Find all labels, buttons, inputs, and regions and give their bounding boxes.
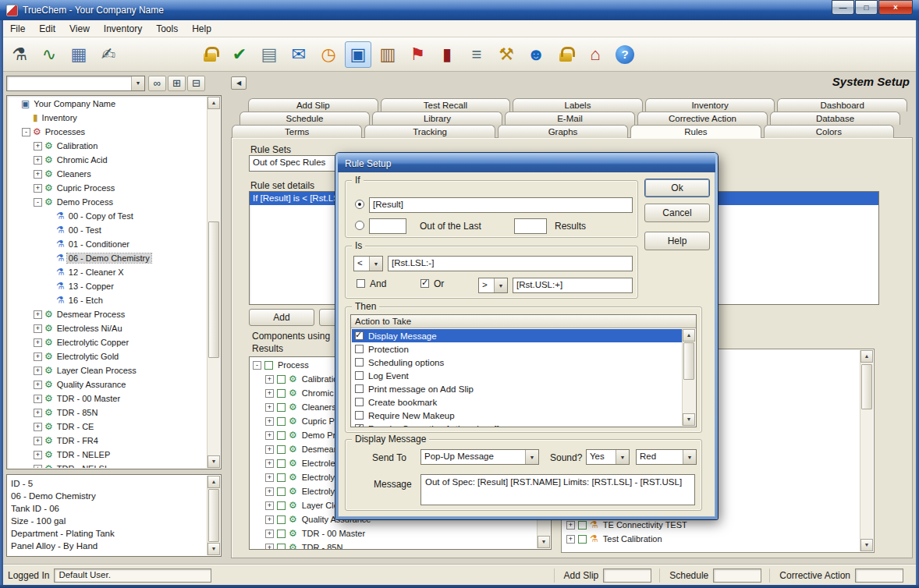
tree-item-electrolytic-gold[interactable]: +⚙Electrolytic Gold — [9, 349, 206, 363]
menu-item-inventory[interactable]: Inventory — [97, 21, 149, 37]
tree-item-tdr-nelsl[interactable]: +⚙TDR - NELSL — [9, 462, 206, 468]
add-rule-button[interactable]: Add — [249, 309, 314, 326]
tree-item-cleaners[interactable]: +⚙Cleaners — [9, 167, 206, 181]
scroll-down-icon[interactable]: ▼ — [208, 455, 220, 468]
menu-item-edit[interactable]: Edit — [32, 21, 62, 37]
expand-icon[interactable]: + — [34, 409, 42, 417]
expand-icon[interactable]: + — [34, 437, 42, 445]
checkbox[interactable] — [355, 411, 364, 420]
test-item-test-calibration[interactable]: +⚗Test Calibration — [566, 532, 857, 546]
action-log-event[interactable]: Log Event — [352, 369, 682, 382]
tree-item-tdr-fr4[interactable]: +⚙TDR - FR4 — [9, 434, 206, 448]
checkbox[interactable] — [277, 445, 286, 454]
expand-icon[interactable]: + — [34, 156, 42, 165]
process-item-tdr-85n[interactable]: +⚙TDR - 85N — [251, 540, 536, 549]
send-to-combo[interactable]: Pop-Up Message ▼ — [420, 449, 539, 465]
checkbox[interactable] — [355, 424, 364, 427]
collapse-all-icon[interactable]: ⊟ — [187, 76, 205, 91]
menu-item-tools[interactable]: Tools — [149, 21, 185, 37]
checkbox[interactable] — [578, 535, 587, 544]
microscope-icon[interactable]: ⚗ — [6, 41, 33, 68]
if-last-radio[interactable] — [355, 221, 364, 230]
checkbox[interactable] — [277, 501, 286, 510]
expand-icon[interactable]: + — [34, 367, 42, 375]
chevron-down-icon[interactable]: ▼ — [494, 278, 507, 292]
operator1-combo[interactable]: < ▼ — [353, 256, 383, 271]
timer-icon[interactable]: ◷ — [315, 41, 342, 68]
tree-item-calibration[interactable]: +⚙Calibration — [9, 139, 206, 153]
tree-item-12-cleaner-x[interactable]: ⚗12 - Cleaner X — [9, 265, 206, 279]
scroll-up-icon[interactable]: ▲ — [208, 97, 220, 109]
info-scrollbar[interactable]: ▲ ▼ — [207, 476, 220, 555]
sound-color-combo[interactable]: Red ▼ — [636, 449, 697, 465]
action-protection[interactable]: Protection — [352, 342, 682, 356]
expand-icon[interactable]: + — [265, 487, 274, 496]
menu-item-file[interactable]: File — [3, 21, 32, 37]
notes-icon[interactable]: ≡ — [463, 41, 490, 68]
checkbox[interactable] — [277, 403, 286, 412]
expand-icon[interactable]: + — [265, 544, 274, 550]
checkbox[interactable] — [277, 473, 286, 482]
expand-icon[interactable]: + — [265, 431, 274, 440]
result-field[interactable]: [Result] — [369, 197, 633, 213]
menu-item-view[interactable]: View — [62, 21, 97, 37]
scroll-up-icon[interactable]: ▲ — [860, 350, 873, 363]
calculator-icon[interactable]: ▦ — [66, 41, 92, 68]
collapse-icon[interactable]: - — [34, 198, 42, 207]
expand-icon[interactable]: + — [265, 530, 274, 538]
action-print-message-on-add-slip[interactable]: Print message on Add Slip — [352, 382, 682, 395]
forklift-icon[interactable]: ⚒ — [493, 41, 520, 68]
expand-icon[interactable]: + — [265, 417, 274, 426]
lsl-field[interactable]: [Rst.LSL:-] — [388, 256, 633, 271]
tests-scrollbar[interactable]: ▲ ▼ — [860, 350, 873, 551]
tree-scrollbar[interactable]: ▲ ▼ — [207, 97, 220, 468]
tree-item-demo-process[interactable]: -⚙Demo Process — [9, 195, 206, 209]
tab-tracking[interactable]: Tracking — [364, 125, 495, 138]
expand-icon[interactable]: + — [265, 445, 274, 454]
chevron-down-icon[interactable]: ▼ — [369, 257, 382, 271]
tree-item-tdr-nelep[interactable]: +⚙TDR - NELEP — [9, 448, 206, 462]
action-require-corrective-action-signoff[interactable]: Require Corrective Action signoff — [352, 422, 682, 427]
collapse-icon[interactable]: - — [22, 128, 30, 136]
tab-inventory[interactable]: Inventory — [645, 98, 775, 112]
tab-rules[interactable]: Rules — [630, 125, 761, 138]
expand-icon[interactable]: + — [566, 521, 575, 530]
tree-item-electrolytic-copper[interactable]: +⚙Electrolytic Copper — [9, 335, 206, 349]
lock-icon[interactable] — [552, 41, 579, 68]
cancel-button[interactable]: Cancel — [644, 204, 710, 222]
tree-item-desmear-process[interactable]: +⚙Desmear Process — [9, 307, 206, 321]
expand-icon[interactable]: + — [265, 473, 274, 482]
checkbox[interactable] — [277, 431, 286, 440]
chevron-down-icon[interactable]: ▼ — [131, 76, 144, 90]
signature-icon[interactable]: ✍ — [95, 41, 122, 68]
tree-item-quality-assurance[interactable]: +⚙Quality Assurance — [9, 377, 206, 391]
tab-labels[interactable]: Labels — [513, 98, 643, 112]
expand-icon[interactable]: + — [34, 352, 42, 361]
expand-icon[interactable]: + — [265, 501, 274, 510]
chevron-down-icon[interactable]: ▼ — [683, 450, 696, 464]
scroll-up-icon[interactable]: ▲ — [208, 476, 220, 488]
operator2-combo[interactable]: > ▼ — [478, 278, 508, 293]
checkbox[interactable] — [277, 530, 286, 538]
checkbox[interactable] — [578, 521, 587, 530]
collapse-panel-button[interactable]: ◀ — [231, 76, 247, 90]
message-textarea[interactable]: Out of Spec: [Result] [RST.NAME] Limits:… — [420, 474, 695, 505]
flag-icon[interactable]: ⚑ — [404, 41, 431, 68]
checkbox[interactable] — [355, 345, 364, 353]
expand-icon[interactable]: + — [34, 142, 42, 151]
status-value-box[interactable] — [603, 569, 651, 583]
expand-icon[interactable]: + — [265, 459, 274, 468]
action-scheduling-options[interactable]: Scheduling options — [352, 356, 682, 369]
expand-icon[interactable]: + — [566, 535, 575, 544]
scroll-down-icon[interactable]: ▼ — [208, 543, 220, 555]
tree-item-chromic-acid[interactable]: +⚙Chromic Acid — [9, 153, 206, 167]
print-icon[interactable]: ▤ — [256, 41, 282, 68]
checkbox[interactable] — [277, 487, 286, 496]
checkbox[interactable] — [355, 371, 364, 380]
scroll-thumb[interactable] — [208, 221, 219, 358]
tree-item-your-company-name[interactable]: ▣Your Company Name — [9, 97, 206, 111]
expand-icon[interactable]: + — [265, 375, 274, 384]
scroll-thumb[interactable] — [683, 342, 694, 380]
checkbox[interactable] — [277, 375, 286, 384]
maximize-button[interactable]: □ — [855, 0, 878, 15]
